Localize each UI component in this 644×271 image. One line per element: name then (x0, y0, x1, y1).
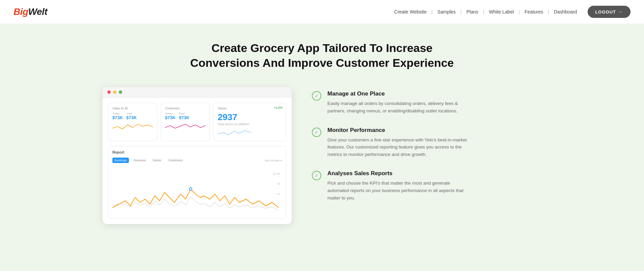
customers-today: Today $73K (165, 112, 176, 120)
report-title: Report (112, 150, 282, 154)
report-chart: 22 mo 16 10 (112, 167, 282, 214)
customers-label: Customers (165, 107, 206, 110)
stores-sparkline (218, 128, 251, 137)
svg-text:16: 16 (277, 182, 280, 185)
header: BigWelt Create Website | Samples | Plans… (0, 0, 644, 24)
nav-dashboard[interactable]: Dashboard (549, 9, 582, 15)
feature-monitor-content: Monitor Performance Give your customers … (327, 127, 469, 158)
stores-label: Stores (218, 107, 282, 110)
customers-total: Total $73K (179, 112, 189, 120)
report-tab-customers[interactable]: Customers (166, 158, 185, 163)
mock-dot-green (119, 90, 122, 94)
feature-manage: ✓ Manage at One Place Easily manage all … (312, 90, 541, 114)
stores-card: Stores +1.2% 2937 Total stores on platfo… (213, 103, 286, 141)
hero-section: Create Grocery App Tailored To Increase … (0, 24, 644, 271)
report-section: Report Bookings Revenue Stores Customers… (108, 146, 286, 219)
feature-analyses: ✓ Analyses Sales Reports Pick and choose… (312, 170, 541, 201)
feature-analyses-title: Analyses Sales Reports (327, 170, 469, 177)
svg-point-7 (189, 188, 192, 190)
logout-arrow-icon: → (618, 9, 623, 15)
logo-welt: Welt (28, 6, 48, 17)
feature-monitor-icon: ✓ (312, 128, 321, 137)
report-tabs: Bookings Revenue Stores Customers Last 2… (112, 158, 282, 163)
feature-analyses-content: Analyses Sales Reports Pick and choose t… (327, 170, 469, 201)
main-nav: Create Website | Samples | Plans | White… (390, 6, 630, 18)
report-tab-revenue[interactable]: Revenue (132, 158, 148, 163)
feature-monitor-desc: Give your customers a five-star experien… (327, 136, 469, 158)
hero-title: Create Grocery App Tailored To Increase … (184, 40, 460, 70)
sales-today: Today $73K (112, 112, 123, 120)
customers-sparkline (165, 121, 206, 132)
report-tab-bookings[interactable]: Bookings (112, 158, 129, 163)
nav-features[interactable]: Features (520, 9, 548, 15)
svg-text:22 mo: 22 mo (273, 172, 280, 175)
logo-big: Big (14, 6, 28, 17)
nav-create-website[interactable]: Create Website (390, 9, 431, 15)
svg-text:10: 10 (277, 192, 280, 195)
nav-samples[interactable]: Samples (433, 9, 460, 15)
features-panel: ✓ Manage at One Place Easily manage all … (312, 87, 541, 214)
feature-analyses-icon: ✓ (312, 171, 321, 180)
chart-area: 22 mo 16 10 (112, 167, 282, 214)
dashboard-mockup: Sales (in $) Today $73K Total $73K (103, 87, 292, 224)
feature-monitor: ✓ Monitor Performance Give your customer… (312, 127, 541, 158)
sales-sparkline (112, 121, 153, 132)
mock-dot-red (107, 90, 111, 94)
nav-white-label[interactable]: White Label (484, 9, 518, 15)
sales-label: Sales (in $) (112, 107, 153, 110)
mock-dot-yellow (113, 90, 116, 94)
sales-values: Today $73K Total $73K (112, 112, 153, 120)
content-area: Sales (in $) Today $73K Total $73K (103, 87, 541, 224)
customers-values: Today $73K Total $73K (165, 112, 206, 120)
feature-manage-desc: Easily manage all orders by consolidatin… (327, 100, 469, 114)
stores-number: 2937 (218, 112, 282, 123)
stores-badge: +1.2% (274, 106, 283, 109)
feature-manage-title: Manage at One Place (327, 90, 469, 97)
mock-titlebar (103, 87, 292, 98)
stats-row: Sales (in $) Today $73K Total $73K (108, 103, 286, 141)
feature-monitor-title: Monitor Performance (327, 127, 469, 134)
stores-sub: Total stores on platform (218, 123, 282, 126)
sales-card: Sales (in $) Today $73K Total $73K (108, 103, 157, 141)
feature-analyses-desc: Pick and choose the KPI's that matter th… (327, 180, 469, 201)
report-tab-stores[interactable]: Stores (151, 158, 163, 163)
nav-plans[interactable]: Plans (462, 9, 483, 15)
logo: BigWelt (14, 6, 47, 17)
mock-body: Sales (in $) Today $73K Total $73K (103, 98, 292, 224)
report-date-range: Last 28 days ▾ (264, 159, 282, 162)
feature-manage-content: Manage at One Place Easily manage all or… (327, 90, 469, 114)
sales-total: Total $73K (126, 112, 137, 120)
customers-card: Customers Today $73K Total $73K (161, 103, 210, 141)
feature-manage-icon: ✓ (312, 91, 321, 101)
logout-button[interactable]: LOGOUT → (588, 6, 630, 18)
